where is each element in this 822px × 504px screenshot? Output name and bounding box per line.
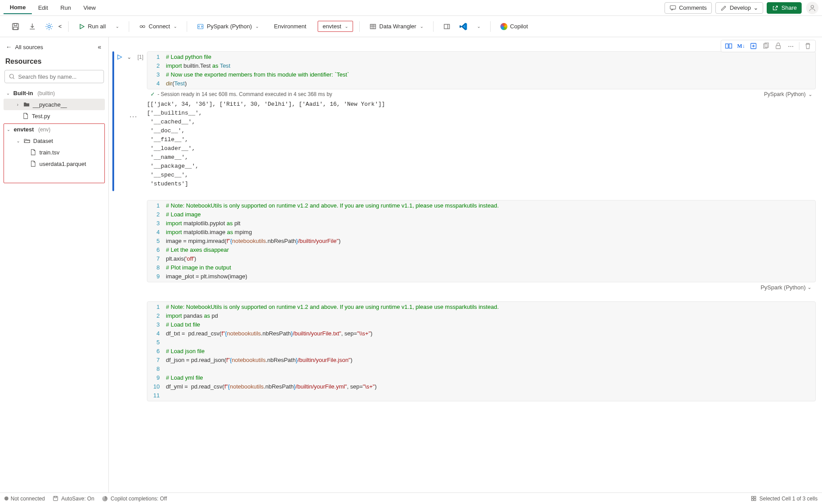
tree-envtest-folder[interactable]: ⌄ envtest (env): [4, 124, 104, 135]
run-cell-chevron[interactable]: ⌄: [127, 54, 131, 60]
layout-button[interactable]: [440, 21, 454, 32]
download-button[interactable]: [25, 20, 40, 33]
output-menu-icon[interactable]: ⋯: [129, 112, 137, 121]
envtest-dropdown[interactable]: envtest ⌄: [318, 21, 353, 32]
search-input[interactable]: [18, 73, 100, 80]
connection-status[interactable]: Not connected: [4, 496, 45, 502]
chevron-down-icon: ⌄: [6, 127, 11, 132]
play-icon: [78, 23, 85, 30]
svg-rect-10: [444, 24, 449, 29]
tree-userdata-label: userdata1.parquet: [39, 161, 86, 167]
svg-point-6: [140, 25, 142, 27]
settings-button[interactable]: [42, 20, 57, 33]
code-editor[interactable]: 1# Load python file 2import builtin.Test…: [147, 51, 816, 89]
folder-icon: [23, 101, 30, 108]
check-icon: ✓: [150, 91, 155, 97]
search-icon: [8, 73, 15, 80]
back-arrow-icon: ←: [5, 43, 12, 50]
save-button[interactable]: [8, 20, 23, 33]
svg-rect-3: [14, 23, 17, 26]
tree-testpy-file[interactable]: Test.py: [4, 110, 105, 122]
data-wrangler-button[interactable]: Data Wrangler ⌄: [366, 21, 427, 32]
chevron-down-icon[interactable]: ⌄: [808, 92, 812, 97]
comments-button[interactable]: Comments: [665, 2, 712, 14]
user-avatar[interactable]: [806, 2, 818, 14]
tab-view[interactable]: View: [77, 2, 102, 14]
cell-kernel-bar: PySpark (Python) ⌄: [147, 282, 816, 292]
copy-cell-icon[interactable]: [762, 42, 770, 50]
selected-cell-status[interactable]: Selected Cell 1 of 3 cells: [750, 495, 818, 502]
code-editor[interactable]: 1# Note: NotebookUtils is only supported…: [147, 200, 816, 282]
tab-run[interactable]: Run: [54, 2, 77, 14]
menu-bar: Home Edit Run View Comments Develop ⌄ Sh…: [0, 0, 822, 16]
lock-cell-icon[interactable]: [774, 42, 782, 50]
tab-edit[interactable]: Edit: [32, 2, 54, 14]
status-dot-icon: [4, 496, 8, 500]
chevron-down-icon: ⌄: [477, 24, 480, 29]
share-icon: [772, 4, 779, 12]
svg-rect-19: [54, 496, 57, 498]
run-all-chevron[interactable]: ⌄: [111, 22, 123, 31]
svg-point-7: [143, 25, 145, 27]
pencil-icon: [720, 4, 727, 12]
kernel-label[interactable]: PySpark (Python): [761, 284, 806, 291]
copilot-icon: [500, 23, 507, 30]
kernel-label[interactable]: PySpark (Python): [764, 91, 806, 97]
status-text: - Session ready in 14 sec 608 ms. Comman…: [157, 91, 332, 97]
run-all-button[interactable]: Run all: [75, 21, 109, 32]
file-icon: [30, 149, 37, 156]
copilot-label: Copilot: [510, 23, 528, 30]
tree-userdata-file[interactable]: userdata1.parquet: [4, 158, 104, 169]
chevron-down-icon[interactable]: ⌄: [807, 285, 811, 290]
collapse-sidebar-icon[interactable]: «: [96, 43, 103, 50]
data-wrangler-icon: [369, 23, 376, 30]
code-editor[interactable]: 1# Note: NotebookUtils is only supported…: [147, 301, 816, 401]
insert-snippet-icon[interactable]: [749, 42, 757, 50]
svg-rect-20: [752, 496, 753, 498]
tree-train-file[interactable]: train.tsv: [4, 146, 104, 158]
delete-cell-icon[interactable]: [804, 42, 812, 50]
tree-dataset-label: Dataset: [33, 138, 53, 144]
environment-label: Environment: [270, 21, 310, 32]
copilot-button[interactable]: Copilot: [497, 21, 531, 32]
tree-pycache-label: __pycache__: [33, 101, 67, 108]
data-wrangler-label: Data Wrangler: [379, 23, 416, 30]
vscode-chevron[interactable]: ⌄: [472, 22, 484, 31]
cell-output: [['jack', 34, '36'], ['Riti', 30, 'Delhi…: [147, 99, 385, 191]
chevron-down-icon: ⌄: [753, 4, 758, 11]
folder-open-icon: [23, 137, 31, 144]
notebook-cell-toolbar: M↓ ⋯: [721, 40, 816, 52]
svg-rect-0: [670, 5, 676, 9]
envtest-highlight-box: ⌄ envtest (env) ⌄ Dataset train.tsv user…: [4, 123, 105, 183]
svg-rect-18: [54, 496, 58, 501]
tree-dataset-folder[interactable]: ⌄ Dataset: [4, 135, 104, 146]
vscode-button[interactable]: [456, 20, 471, 33]
svg-point-11: [10, 74, 14, 78]
search-container: [4, 70, 104, 83]
chevron-down-icon: ⌄: [173, 24, 177, 29]
develop-button[interactable]: Develop ⌄: [715, 2, 764, 14]
run-cell-button[interactable]: [116, 54, 123, 60]
autosave-status[interactable]: AutoSave: On: [52, 495, 94, 502]
chevron-down-icon: ⌄: [345, 24, 348, 29]
comment-icon: [669, 4, 676, 12]
tree-pycache-folder[interactable]: › __pycache__: [4, 99, 105, 110]
back-all-sources[interactable]: ← All sources «: [4, 41, 105, 53]
tree-builtin-folder[interactable]: ⌄ Built-in (builtin): [4, 88, 105, 99]
more-actions-icon[interactable]: ⋯: [787, 42, 795, 50]
connect-icon: [139, 23, 146, 30]
svg-rect-4: [14, 27, 18, 30]
svg-rect-13: [729, 44, 732, 48]
connect-button[interactable]: Connect ⌄: [135, 21, 181, 32]
toggle-parameter-icon[interactable]: [725, 42, 733, 50]
pyspark-dropdown[interactable]: PySpark (Python) ⌄: [193, 21, 262, 32]
convert-markdown-icon[interactable]: M↓: [737, 42, 745, 50]
file-icon: [22, 112, 29, 119]
svg-rect-21: [754, 496, 756, 498]
share-button[interactable]: Share: [767, 2, 802, 14]
tab-home[interactable]: Home: [4, 1, 32, 14]
copilot-status[interactable]: Copilot completions: Off: [101, 495, 167, 502]
pyspark-icon: [197, 23, 204, 30]
comments-label: Comments: [679, 4, 707, 11]
main-area: ← All sources « Resources ⌄ Built-in (bu…: [0, 37, 822, 492]
